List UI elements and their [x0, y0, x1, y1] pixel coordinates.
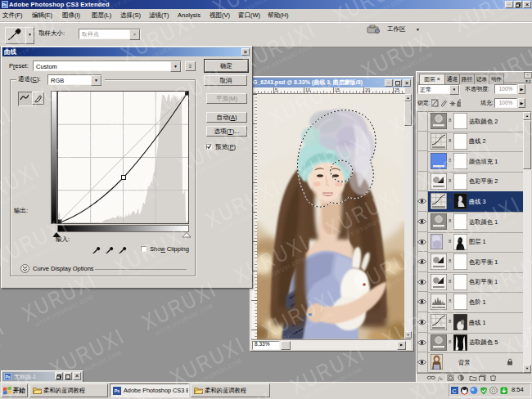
svg-text:20: 20	[365, 87, 370, 92]
svg-text:5: 5	[275, 87, 277, 92]
svg-text:10: 10	[305, 87, 310, 92]
svg-text:15: 15	[335, 87, 340, 92]
svg-text:25: 25	[394, 87, 399, 92]
svg-text:C: C	[452, 388, 456, 394]
svg-text:fx.: fx.	[438, 375, 444, 381]
